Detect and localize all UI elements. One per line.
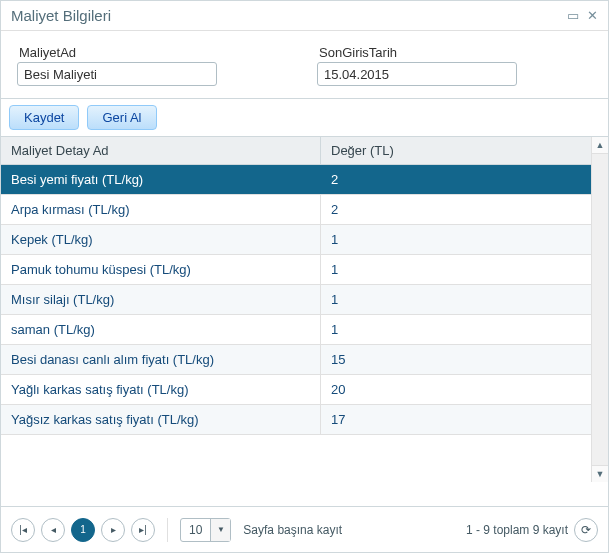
field-date: SonGirisTarih <box>317 45 517 86</box>
page-size-label: Sayfa başına kayıt <box>243 523 342 537</box>
table-row[interactable]: saman (TL/kg)1 <box>1 315 591 345</box>
cell-name: Arpa kırması (TL/kg) <box>1 195 321 224</box>
cell-value: 2 <box>321 165 591 194</box>
grid-body: Maliyet Detay Ad Değer (TL) Besi yemi fi… <box>1 137 591 482</box>
scroll-down-icon[interactable]: ▼ <box>592 465 608 482</box>
save-button[interactable]: Kaydet <box>9 105 79 130</box>
window-titlebar: Maliyet Bilgileri ▭ ✕ <box>1 1 608 31</box>
pager-info: 1 - 9 toplam 9 kayıt <box>466 523 568 537</box>
cell-value: 1 <box>321 255 591 284</box>
refresh-button[interactable]: ⟳ <box>574 518 598 542</box>
col-header-name[interactable]: Maliyet Detay Ad <box>1 137 321 164</box>
cell-value: 1 <box>321 285 591 314</box>
col-header-value[interactable]: Değer (TL) <box>321 137 591 164</box>
date-label: SonGirisTarih <box>319 45 517 60</box>
cell-name: Yağlı karkas satış fiyatı (TL/kg) <box>1 375 321 404</box>
pager: |◂ ◂ 1 ▸ ▸| 10 ▼ Sayfa başına kayıt 1 - … <box>1 506 608 552</box>
cell-value: 1 <box>321 315 591 344</box>
scroll-up-icon[interactable]: ▲ <box>592 137 608 154</box>
pager-current-page[interactable]: 1 <box>71 518 95 542</box>
pager-first-button[interactable]: |◂ <box>11 518 35 542</box>
cell-name: Yağsız karkas satış fiyatı (TL/kg) <box>1 405 321 434</box>
grid: Maliyet Detay Ad Değer (TL) Besi yemi fi… <box>1 137 608 482</box>
window-controls: ▭ ✕ <box>567 8 598 23</box>
cell-name: Kepek (TL/kg) <box>1 225 321 254</box>
cell-name: Besi yemi fiyatı (TL/kg) <box>1 165 321 194</box>
grid-rows: Besi yemi fiyatı (TL/kg)2Arpa kırması (T… <box>1 165 591 435</box>
cell-name: Pamuk tohumu küspesi (TL/kg) <box>1 255 321 284</box>
table-row[interactable]: Pamuk tohumu küspesi (TL/kg)1 <box>1 255 591 285</box>
pager-prev-button[interactable]: ◂ <box>41 518 65 542</box>
chevron-down-icon[interactable]: ▼ <box>210 519 230 541</box>
cell-value: 20 <box>321 375 591 404</box>
cell-value: 15 <box>321 345 591 374</box>
grid-header: Maliyet Detay Ad Değer (TL) <box>1 137 591 165</box>
vertical-scrollbar[interactable]: ▲ ▼ <box>591 137 608 482</box>
table-row[interactable]: Mısır silajı (TL/kg)1 <box>1 285 591 315</box>
maximize-icon[interactable]: ▭ <box>567 8 579 23</box>
cell-name: saman (TL/kg) <box>1 315 321 344</box>
page-size-value: 10 <box>181 523 210 537</box>
table-row[interactable]: Kepek (TL/kg)1 <box>1 225 591 255</box>
pager-last-button[interactable]: ▸| <box>131 518 155 542</box>
pager-next-button[interactable]: ▸ <box>101 518 125 542</box>
date-input[interactable] <box>317 62 517 86</box>
pager-separator <box>167 518 168 542</box>
cell-value: 17 <box>321 405 591 434</box>
table-row[interactable]: Arpa kırması (TL/kg)2 <box>1 195 591 225</box>
page-size-select[interactable]: 10 ▼ <box>180 518 231 542</box>
cell-value: 1 <box>321 225 591 254</box>
table-row[interactable]: Yağlı karkas satış fiyatı (TL/kg)20 <box>1 375 591 405</box>
table-row[interactable]: Besi danası canlı alım fiyatı (TL/kg)15 <box>1 345 591 375</box>
cell-name: Besi danası canlı alım fiyatı (TL/kg) <box>1 345 321 374</box>
name-input[interactable] <box>17 62 217 86</box>
close-icon[interactable]: ✕ <box>587 8 598 23</box>
window-title: Maliyet Bilgileri <box>11 7 111 24</box>
field-name: MaliyetAd <box>17 45 217 86</box>
table-row[interactable]: Yağsız karkas satış fiyatı (TL/kg)17 <box>1 405 591 435</box>
undo-button[interactable]: Geri Al <box>87 105 156 130</box>
cell-value: 2 <box>321 195 591 224</box>
form-area: MaliyetAd SonGirisTarih <box>1 31 608 98</box>
toolbar: Kaydet Geri Al <box>1 98 608 137</box>
name-label: MaliyetAd <box>19 45 217 60</box>
cell-name: Mısır silajı (TL/kg) <box>1 285 321 314</box>
table-row[interactable]: Besi yemi fiyatı (TL/kg)2 <box>1 165 591 195</box>
